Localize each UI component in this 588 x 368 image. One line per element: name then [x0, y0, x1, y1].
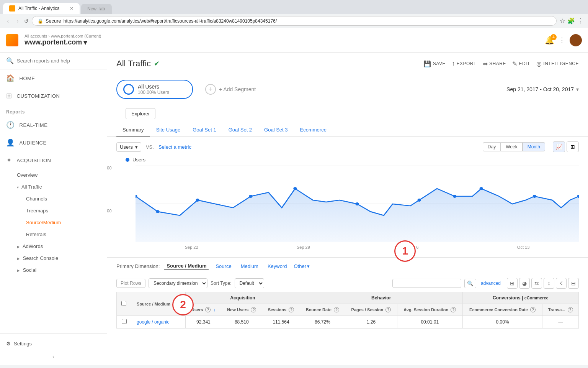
dim-source-medium[interactable]: Source / Medium — [164, 262, 209, 270]
table-search-input[interactable] — [392, 279, 461, 288]
grid-view-icon[interactable]: ⊞ — [507, 278, 518, 289]
funnel-view-icon[interactable]: ⊟ — [568, 278, 579, 289]
week-button[interactable]: Week — [501, 142, 522, 151]
browser-chrome: All Traffic - Analytics ✕ New Tab ‹ › ↺ … — [0, 0, 588, 28]
tab-goal-set-2[interactable]: Goal Set 2 — [222, 124, 258, 136]
save-button[interactable]: 💾 SAVE — [423, 60, 446, 67]
notification-bell[interactable]: 🔔 4 — [545, 36, 554, 45]
sidebar-collapse-button[interactable]: ‹ — [0, 350, 107, 362]
export-button[interactable]: ↑ EXPORT — [452, 60, 477, 67]
svg-point-9 — [355, 202, 359, 205]
settings-menu-button[interactable]: ⋮ — [559, 36, 565, 44]
users-help-icon[interactable]: ? — [205, 307, 211, 312]
row-checkbox[interactable] — [122, 319, 127, 324]
row-checkbox-cell[interactable] — [117, 316, 132, 329]
th-checkbox[interactable] — [117, 292, 132, 316]
day-button[interactable]: Day — [483, 142, 501, 151]
bookmark-button[interactable]: ☆ — [560, 17, 565, 25]
lifetime-view-icon[interactable]: ☇ — [556, 278, 567, 289]
ecommerce-rate-help-icon[interactable]: ? — [530, 307, 536, 312]
address-bar[interactable]: 🔒 Secure https://analytics.google.com/an… — [32, 16, 557, 26]
site-name[interactable]: www.portent.com ▾ — [24, 38, 545, 47]
back-button[interactable]: ‹ — [5, 17, 11, 25]
explorer-tab[interactable]: Explorer — [126, 108, 155, 119]
pie-view-icon[interactable]: ◕ — [519, 278, 530, 289]
tab-goal-set-3[interactable]: Goal Set 3 — [258, 124, 294, 136]
tab-goal-set-1[interactable]: Goal Set 1 — [186, 124, 222, 136]
sidebar-sub-overview[interactable]: Overview — [0, 169, 107, 181]
reload-button[interactable]: ↺ — [24, 18, 29, 24]
dim-medium[interactable]: Medium — [238, 263, 261, 270]
sidebar-item-customization[interactable]: ⊞ CUSTOMIZATION — [0, 87, 107, 105]
date-range-picker[interactable]: Sep 21, 2017 - Oct 20, 2017 ▾ — [506, 86, 579, 92]
pivot-view-icon[interactable]: ↕ — [544, 278, 554, 289]
th-ecommerce-rate[interactable]: Ecommerce Conversion Rate ? — [462, 304, 542, 316]
dim-keyword[interactable]: Keyword — [265, 263, 289, 270]
transactions-help-icon[interactable]: ? — [568, 307, 573, 312]
compare-view-icon[interactable]: ⇆ — [531, 278, 542, 289]
segment-pill[interactable]: All Users 100.00% Users — [116, 80, 193, 99]
avg-session-help-icon[interactable]: ? — [451, 307, 456, 312]
row-source-medium-link[interactable]: google / organic — [137, 319, 169, 325]
line-chart-button[interactable]: 📈 — [553, 141, 565, 152]
dim-other[interactable]: Other ▾ — [294, 263, 310, 269]
sidebar-sub-channels[interactable]: Channels — [3, 193, 107, 205]
bar-chart-button[interactable]: ⊞ — [567, 141, 579, 152]
th-new-users[interactable]: New Users ? — [221, 304, 262, 316]
sidebar-sub-source-medium[interactable]: Source/Medium — [3, 217, 107, 228]
sidebar-item-home[interactable]: 🏠 HOME — [0, 69, 107, 87]
secondary-dimension-select[interactable]: Secondary dimension — [149, 278, 207, 288]
tab-summary[interactable]: Summary — [116, 124, 150, 136]
pages-session-help-icon[interactable]: ? — [385, 307, 391, 312]
sidebar-sub-adwords[interactable]: ▶ AdWords — [0, 240, 107, 252]
th-behavior-group: Behavior — [300, 292, 462, 304]
sidebar-sub-social[interactable]: ▶ Social — [0, 264, 107, 276]
inactive-tab[interactable]: New Tab — [81, 4, 112, 14]
acquisition-icon: ✦ — [6, 156, 12, 164]
th-users[interactable]: Users ? ↓ — [186, 304, 221, 316]
th-bounce-rate[interactable]: Bounce Rate ? — [300, 304, 345, 316]
forward-button[interactable]: › — [14, 17, 21, 25]
select-all-checkbox[interactable] — [121, 301, 126, 306]
month-button[interactable]: Month — [523, 142, 545, 151]
th-pages-session[interactable]: Pages / Session ? — [345, 304, 397, 316]
sidebar-sub-all-traffic[interactable]: ▾ All Traffic — [0, 181, 107, 193]
active-tab[interactable]: All Traffic - Analytics ✕ — [3, 3, 80, 14]
tab-close-button[interactable]: ✕ — [70, 6, 74, 11]
advanced-link[interactable]: advanced — [481, 281, 501, 286]
plot-rows-button[interactable]: Plot Rows — [116, 279, 145, 288]
th-conversions-group: Conversions | eCommerce — [462, 292, 578, 304]
th-transactions[interactable]: Transa... ? — [542, 304, 579, 316]
dim-source[interactable]: Source — [213, 263, 234, 270]
new-users-help-icon[interactable]: ? — [251, 307, 256, 312]
sidebar-sub-search-console[interactable]: ▶ Search Console — [0, 252, 107, 264]
menu-button[interactable]: ⋮ — [577, 17, 583, 25]
sidebar-search[interactable]: 🔍 — [0, 53, 107, 69]
share-button[interactable]: ⇔ SHARE — [483, 60, 506, 67]
sidebar-item-acquisition[interactable]: ✦ ACQUISITION — [0, 151, 107, 169]
add-segment-button[interactable]: + + Add Segment — [199, 81, 262, 98]
extensions-button[interactable]: 🧩 — [567, 17, 575, 25]
metric-dropdown-arrow: ▾ — [135, 144, 138, 150]
sidebar-sub-treemaps[interactable]: Treemaps — [3, 205, 107, 217]
sidebar-sub-referrals[interactable]: Referrals — [3, 228, 107, 240]
sidebar-settings-button[interactable]: ⚙ Settings — [0, 337, 107, 350]
edit-button[interactable]: ✎ EDIT — [512, 60, 530, 67]
bounce-rate-help-icon[interactable]: ? — [334, 307, 339, 312]
source-medium-help-icon[interactable]: ? — [173, 301, 178, 307]
table-search-button[interactable]: 🔍 — [464, 279, 476, 288]
sidebar-item-audience[interactable]: 👤 AUDIENCE — [0, 134, 107, 151]
select-metric-link[interactable]: Select a metric — [158, 144, 191, 150]
user-avatar[interactable] — [570, 34, 582, 46]
sort-type-select[interactable]: Default — [235, 278, 264, 288]
adwords-expand-arrow: ▶ — [17, 245, 20, 249]
tab-ecommerce[interactable]: Ecommerce — [294, 124, 333, 136]
sidebar-item-realtime[interactable]: 🕐 REAL-TIME — [0, 116, 107, 134]
sessions-help-icon[interactable]: ? — [289, 307, 294, 312]
th-sessions[interactable]: Sessions ? — [262, 304, 300, 316]
intelligence-button[interactable]: ◎ INTELLIGENCE — [536, 60, 579, 67]
tab-site-usage[interactable]: Site Usage — [150, 124, 187, 136]
metric-dropdown[interactable]: Users ▾ — [116, 142, 141, 152]
th-avg-session[interactable]: Avg. Session Duration ? — [397, 304, 462, 316]
search-input[interactable] — [17, 58, 101, 64]
